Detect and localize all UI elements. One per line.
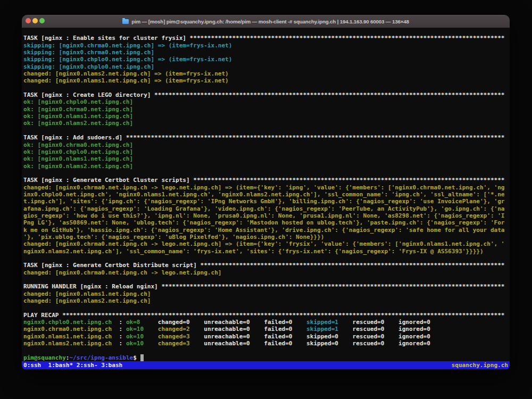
terminal-line: TASK [nginx : Enable sites for cluster f… [23,35,510,41]
terminal-line: ok: [nginx0.chrma0.net.ipng.ch] [23,142,510,148]
terminal-line: ok: [nginx0.nlams2.net.ipng.ch] [23,163,510,170]
terminal-line: skipping: [nginx0.chrma0.net.ipng.ch] [23,49,510,56]
terminal-line: nginx0.nlams2.net.ipng.ch'], 'ssl_common… [23,248,510,255]
terminal-line [23,255,510,262]
terminal-line: nginx0.chrma0.net.ipng.ch : ok=10 change… [23,326,510,332]
terminal-line: changed: [nginx0.nlams2.net.ipng.ch] => … [23,70,510,77]
terminal-line [23,127,510,134]
terminal-line: k me on GitHub'}, 'hassio.ipng.ch': {'na… [23,227,510,234]
terminal-line: PLAY RECAP *****************************… [23,312,510,319]
terminal-line: changed: [nginx0.chrma0.net.ipng.ch -> l… [23,184,510,191]
terminal-line: nginx0.chplo0.net.ipng.ch : ok=8 changed… [23,319,510,326]
terminal-line: ok: [nginx0.nlams1.net.ipng.ch] [23,155,510,162]
terminal-line [23,85,510,92]
close-button[interactable] [26,18,31,23]
tmux-status-bar: 0:ssh 1:bash* 2:ssh- 3:bash squanchy.ipn… [22,361,510,369]
terminal-line: skipping: [nginx0.chplo0.net.ipng.ch] =>… [23,56,510,63]
terminal-line: changed: [nginx0.chrma0.net.ipng.ch -> l… [23,269,510,276]
terminal-output[interactable]: TASK [nginx : Enable sites for cluster f… [22,28,510,370]
terminal-line: skipping: [nginx0.chrma0.net.ipng.ch] =>… [23,42,510,49]
terminal-line: t.ipng.ch'], 'sites': {'ipng.ch': {'nagi… [23,198,510,205]
terminal-line [23,276,510,283]
terminal-line: ok: [nginx0.chplo0.net.ipng.ch] [23,148,510,155]
terminal-line: inx0.chplo0.net.ipng.ch', 'nginx0.nlams1… [23,191,510,198]
terminal-line: changed: [nginx0.nlams2.net.ipng.ch] [23,297,510,304]
window-title: pim — [mosh] pim@squanchy.ipng.ch: /home… [131,19,409,24]
terminal-line: nginx0.nlams2.net.ipng.ch : ok=10 change… [23,340,510,347]
terminal-line: changed: [nginx0.nlams1.net.ipng.ch] [23,290,510,297]
cursor [140,354,144,361]
zoom-button[interactable] [39,18,45,23]
tmux-window-list: 0:ssh 1:bash* 2:ssh- 3:bash [23,362,122,369]
terminal-line [23,304,510,311]
terminal-line: gios_regexp': 'how do i use this?'}, 'ip… [23,212,510,219]
terminal-line: TASK [nginx : Add sudoers.d] ***********… [23,134,510,141]
folder-proxy-icon [122,19,129,24]
terminal-window: pim — [mosh] pim@squanchy.ipng.ch: /home… [22,15,510,370]
terminal-line [23,170,510,177]
terminal-line: nginx0.nlams1.net.ipng.ch : ok=10 change… [23,333,510,340]
terminal-line: ok: [nginx0.nlams2.net.ipng.ch] [23,120,510,127]
terminal-line: skipping: [nginx0.chplo0.net.ipng.ch] [23,63,510,70]
terminal-line: ok: [nginx0.chplo0.net.ipng.ch] [23,98,510,105]
terminal-line: TASK [nginx : Create LEGO directory] ***… [23,92,510,98]
terminal-line: ok: [nginx0.nlams1.net.ipng.ch] [23,113,510,120]
tmux-hostname: squanchy.ipng.ch [452,362,508,369]
terminal-line: Png LG'}, 'as50869.net': None, 'ublog.te… [23,219,510,226]
window-titlebar[interactable]: pim — [mosh] pim@squanchy.ipng.ch: /home… [22,15,510,28]
terminal-line: RUNNING HANDLER [nginx : Reload nginx] *… [23,283,510,290]
terminal-line: TASK [nginx : Generate Certbot Cluster s… [23,177,510,184]
terminal-line [23,28,510,35]
terminal-line: afana.ipng.ch': {'nagios_regexp': 'Loadi… [23,205,510,212]
terminal-line: changed: [nginx0.nlams1.net.ipng.ch] => … [23,77,510,84]
terminal-line [23,347,510,354]
terminal-line: changed: [nginx0.chrma0.net.ipng.ch -> l… [23,240,510,247]
terminal-line: TASK [nginx : Generate Certbot Distribut… [23,262,510,269]
terminal-line: '}, 'pix.ublog.tech': {'nagios_regexp': … [23,234,510,240]
terminal-line: pim@squanchy:~/src/ipng-ansible$ [23,354,510,361]
minimize-button[interactable] [32,18,38,23]
terminal-line: ok: [nginx0.chrma0.net.ipng.ch] [23,106,510,113]
